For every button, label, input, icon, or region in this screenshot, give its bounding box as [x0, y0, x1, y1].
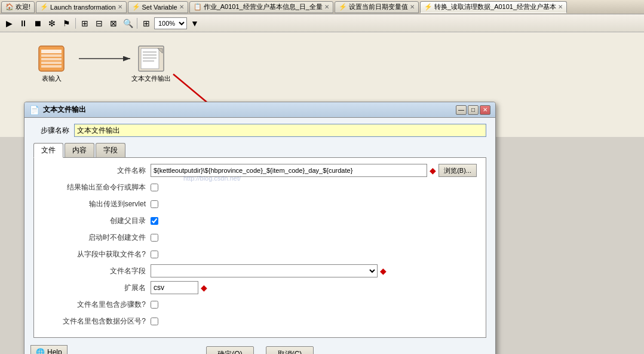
toolbar-dist-btn[interactable]: ⊟ — [93, 17, 106, 30]
transform1-icon: ⚡ — [424, 3, 433, 11]
result-output-label: 结果输出至命令行或脚本 — [43, 182, 151, 193]
tab-launch-close[interactable]: ✕ — [118, 4, 122, 10]
help-button[interactable]: 🌐 Help — [30, 345, 68, 354]
field-diamond: ◆ — [380, 266, 387, 276]
step-name-label: 步骤名称 — [33, 126, 69, 136]
include-stepcount-checkbox[interactable] — [151, 301, 158, 309]
table-input-label: 表输入 — [42, 74, 62, 83]
node-table-input[interactable]: 表输入 — [37, 44, 66, 83]
svg-rect-9 — [141, 48, 159, 69]
toolbar-preview-btn[interactable]: ❇ — [45, 17, 59, 30]
zoom-select[interactable]: 100% 50% 75% 125% 150% — [154, 17, 187, 29]
include-stepcount-label: 文件名里包含步骤数? — [43, 300, 151, 310]
file-name-field-select[interactable] — [151, 264, 378, 277]
svg-rect-4 — [41, 62, 62, 64]
help-icon: 🌐 — [36, 348, 45, 354]
toolbar-stop-btn[interactable]: ⏹ — [31, 17, 44, 30]
tab-setvariable-close[interactable]: ✕ — [179, 4, 184, 10]
no-create-on-launch-row: 启动时不创建文件 — [43, 231, 477, 244]
get-filename-from-field-label: 从字段中获取文件名? — [43, 249, 151, 260]
zoom-dropdown-btn[interactable]: ▼ — [188, 17, 201, 30]
taskbar: 🏠 欢迎! ⚡ Launch transformation ✕ ⚡ Set Va… — [0, 0, 644, 14]
toolbar-arrange-btn[interactable]: ⊠ — [107, 17, 120, 30]
toolbar-pause-btn[interactable]: ⏸ — [17, 17, 30, 30]
launch-icon: ⚡ — [40, 3, 48, 11]
no-create-on-launch-checkbox[interactable] — [151, 234, 158, 242]
servlet-checkbox[interactable] — [151, 200, 158, 208]
dialog-tab-content[interactable]: 内容 — [65, 143, 94, 157]
node-text-output[interactable]: 文本文件输出 — [131, 44, 171, 83]
tab-transform1-label: 转换_读取清理数据_A0101_经营业户基本 — [434, 2, 556, 11]
tab-launch[interactable]: ⚡ Launch transformation ✕ — [36, 1, 126, 13]
tab-transform1-close[interactable]: ✕ — [558, 4, 563, 10]
dialog-tab-fields[interactable]: 字段 — [96, 143, 125, 157]
dialog-minimize-btn[interactable]: — — [456, 105, 467, 115]
table-input-icon — [37, 44, 66, 73]
setvariable-icon: ⚡ — [132, 3, 140, 11]
browse-button[interactable]: 浏览(B)... — [438, 164, 477, 177]
step-name-row: 步骤名称 — [33, 124, 486, 137]
dialog-footer: 🌐 Help 确定(O) 取消(C) — [24, 344, 495, 354]
step-name-input[interactable] — [74, 124, 486, 137]
dialog-tabs: 文件 内容 字段 — [33, 143, 486, 158]
result-output-row: 结果输出至命令行或脚本 — [43, 181, 477, 194]
tab-setvariable[interactable]: ⚡ Set Variable ✕ — [128, 1, 188, 13]
get-filename-from-field-row: 从字段中获取文件名? — [43, 248, 477, 261]
extension-input[interactable] — [151, 281, 198, 294]
dialog-controls: — □ ✕ — [456, 105, 490, 115]
dialog-maximize-btn[interactable]: □ — [468, 105, 479, 115]
confirm-button[interactable]: 确定(O) — [206, 346, 254, 354]
toolbar-grid-btn[interactable]: ⊞ — [140, 17, 153, 30]
welcome-icon: 🏠 — [5, 3, 14, 11]
tab-job1-close[interactable]: ✕ — [324, 4, 329, 10]
dialog-title-icon: 📄 — [29, 105, 39, 115]
include-partition-row: 文件名里包含数据分区号? — [43, 315, 477, 328]
ext-diamond: ◆ — [201, 283, 207, 292]
toolbar-zoom-in-btn[interactable]: 🔍 — [121, 17, 134, 30]
get-filename-from-field-checkbox[interactable] — [151, 251, 158, 258]
tab-file-content: 文件名称 ◆ 浏览(B)... http://blog.csdn.net/ 结果… — [33, 158, 486, 338]
svg-rect-3 — [41, 58, 62, 60]
text-output-icon — [137, 44, 165, 73]
setdate-icon: ⚡ — [339, 3, 347, 11]
servlet-label: 输出传送到servlet — [43, 199, 151, 209]
tab-transform1[interactable]: ⚡ 转换_读取清理数据_A0101_经营业户基本 ✕ — [420, 1, 567, 13]
include-partition-checkbox[interactable] — [151, 318, 158, 325]
dialog-tab-file[interactable]: 文件 — [33, 143, 63, 158]
toolbar-align-btn[interactable]: ⊞ — [78, 17, 91, 30]
toolbar-check-btn[interactable]: ⚑ — [60, 17, 73, 30]
dialog-title-text: 文本文件输出 — [43, 105, 86, 115]
file-name-input[interactable] — [151, 164, 427, 177]
tab-setdate-close[interactable]: ✕ — [410, 4, 415, 10]
toolbar-sep1 — [75, 18, 76, 29]
cancel-button[interactable]: 取消(C) — [266, 346, 314, 354]
create-parent-row: 创建父目录 — [43, 214, 477, 227]
svg-rect-1 — [41, 50, 62, 53]
tab-job1[interactable]: 📋 作业_A0101_经营业户基本信息_日_全量 ✕ — [189, 1, 333, 13]
file-name-row: 文件名称 ◆ 浏览(B)... — [43, 164, 477, 177]
dialog-close-btn[interactable]: ✕ — [480, 105, 490, 115]
tab-setdate[interactable]: ⚡ 设置当前日期变量值 ✕ — [335, 1, 419, 13]
tab-setdate-label: 设置当前日期变量值 — [349, 2, 408, 11]
toolbar-sep2 — [137, 18, 137, 29]
dialog-content: 步骤名称 文件 内容 字段 文件名称 ◆ 浏览(B)... http://blo… — [24, 118, 495, 344]
no-create-on-launch-label: 启动时不创建文件 — [43, 233, 151, 243]
create-parent-checkbox[interactable] — [151, 217, 158, 225]
extension-row: 扩展名 ◆ — [43, 281, 477, 294]
include-stepcount-row: 文件名里包含步骤数? — [43, 298, 477, 311]
file-name-label: 文件名称 — [43, 166, 151, 176]
tab-setvariable-label: Set Variable — [142, 4, 177, 11]
dialog-text-output: 📄 文本文件输出 — □ ✕ 步骤名称 文件 内容 字段 文件名称 — [24, 102, 496, 354]
tab-welcome[interactable]: 🏠 欢迎! — [1, 1, 35, 13]
svg-rect-5 — [41, 65, 62, 68]
svg-rect-2 — [41, 54, 62, 57]
help-label: Help — [47, 348, 62, 354]
create-parent-label: 创建父目录 — [43, 216, 151, 226]
result-output-checkbox[interactable] — [151, 184, 158, 191]
toolbar: ▶ ⏸ ⏹ ❇ ⚑ ⊞ ⊟ ⊠ 🔍 ⊞ 100% 50% 75% 125% 15… — [0, 14, 644, 32]
job1-icon: 📋 — [194, 3, 202, 11]
file-name-field-row: 文件名字段 ◆ — [43, 264, 477, 277]
toolbar-run-btn[interactable]: ▶ — [2, 17, 16, 30]
text-output-label: 文本文件输出 — [131, 74, 171, 83]
tab-welcome-label: 欢迎! — [16, 2, 30, 11]
